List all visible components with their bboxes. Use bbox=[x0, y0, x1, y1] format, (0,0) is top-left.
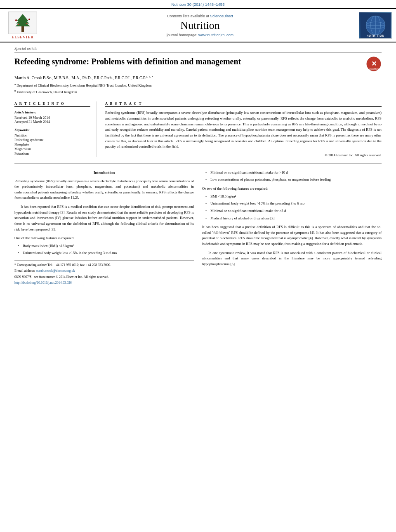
abstract-col: A B S T R A C T Refeeding syndrome (RFS)… bbox=[105, 101, 382, 157]
main-divider bbox=[14, 163, 382, 164]
history-label: Article history: bbox=[14, 110, 90, 114]
info-abstract-section: A R T I C L E I N F O Article history: R… bbox=[14, 101, 382, 157]
abstract-text: Refeeding syndrome (RFS) broadly encompa… bbox=[105, 110, 382, 149]
journal-center: Contents lists available at ScienceDirec… bbox=[45, 14, 355, 37]
right-bullet-2: Low concentrations of plasma potassium, … bbox=[205, 177, 382, 183]
right-bullet-5: Minimal or no significant nutritional in… bbox=[205, 208, 382, 214]
svg-point-8 bbox=[26, 23, 28, 24]
homepage-link[interactable]: www.nutritionjrnl.com bbox=[198, 33, 233, 37]
citation-text: Nutrition 30 (2014) 1448–1455 bbox=[172, 2, 225, 7]
article-title-row: Refeeding syndrome: Problems with defini… bbox=[14, 56, 382, 72]
article-footer: * Corresponding author: Tel.: +44 171 95… bbox=[14, 260, 194, 286]
body-two-col: Introduction Refeeding syndrome (RFS) br… bbox=[14, 170, 382, 287]
contents-line: Contents lists available at ScienceDirec… bbox=[45, 14, 355, 18]
affiliation-b: b University of Greenwich, United Kingdo… bbox=[14, 89, 382, 95]
intro-para-2: It has been reported that RFS is a medic… bbox=[14, 204, 194, 232]
keyword-2: Refeeding syndrome bbox=[14, 138, 90, 142]
abstract-header: A B S T R A C T bbox=[105, 101, 382, 107]
accepted-date: Accepted 31 March 2014 bbox=[14, 120, 90, 124]
special-article-label: Special article bbox=[14, 47, 382, 53]
affil-divider bbox=[14, 98, 382, 98]
crossmark-badge[interactable]: ✕ CrossMark bbox=[366, 56, 382, 72]
keyword-4: Magnesium bbox=[14, 147, 90, 151]
elsevier-logo: ELSEVIER bbox=[4, 12, 41, 39]
keyword-5: Potassium bbox=[14, 151, 90, 155]
sciencedirect-link[interactable]: ScienceDirect bbox=[210, 14, 233, 18]
svg-point-7 bbox=[18, 24, 19, 25]
features-required-header: One of the following features is require… bbox=[14, 235, 194, 241]
footer-issn: 0899-9007/$ - see front matter © 2014 El… bbox=[14, 275, 194, 280]
feature-left-2: Unintentional body weight loss >15% in t… bbox=[18, 250, 194, 256]
doi-link[interactable]: http://dx.doi.org/10.1016/j.nut.2014.03.… bbox=[14, 281, 72, 285]
elsevier-logo-image bbox=[8, 12, 37, 34]
features-left-list: Body mass index (BMI) <16 kg/m² Unintent… bbox=[14, 243, 194, 256]
article-container: Special article Refeeding syndrome: Prob… bbox=[0, 42, 396, 291]
feature-left-1: Body mass index (BMI) <16 kg/m² bbox=[18, 243, 194, 249]
right-bullets-top: Minimal or no significant nutritional in… bbox=[202, 170, 382, 183]
article-info-col: A R T I C L E I N F O Article history: R… bbox=[14, 101, 97, 157]
svg-rect-1 bbox=[21, 26, 24, 32]
footer-asterisk: * Corresponding author: Tel.: +44 171 95… bbox=[14, 263, 194, 268]
keywords-section: Keywords: Nutrition Refeeding syndrome P… bbox=[14, 128, 90, 155]
received-date: Received 10 March 2014 bbox=[14, 115, 90, 120]
svg-text:CrossMark: CrossMark bbox=[369, 68, 379, 70]
email-link[interactable]: martin.crook@doctors.org.uk bbox=[36, 269, 75, 273]
svg-point-5 bbox=[15, 19, 17, 21]
keywords-label: Keywords: bbox=[14, 128, 90, 132]
top-bar: Nutrition 30 (2014) 1448–1455 bbox=[0, 0, 396, 8]
right-bullet-4: Unintentional body weight loss >10% in t… bbox=[205, 201, 382, 207]
body-right-col: Minimal or no significant nutritional in… bbox=[202, 170, 382, 287]
journal-title: Nutrition bbox=[45, 19, 355, 32]
introduction-title: Introduction bbox=[14, 170, 194, 176]
elsevier-text: ELSEVIER bbox=[12, 35, 34, 39]
journal-header: ELSEVIER Contents lists available at Sci… bbox=[0, 8, 396, 42]
or-two-header: Or two of the following features are req… bbox=[202, 186, 382, 192]
right-bullet-1: Minimal or no significant nutritional in… bbox=[205, 170, 382, 176]
keyword-1: Nutrition bbox=[14, 133, 90, 137]
right-bullet-6: Medical history of alcohol or drug abuse… bbox=[205, 216, 382, 221]
keyword-3: Phosphate bbox=[14, 142, 90, 146]
svg-text:✕: ✕ bbox=[371, 60, 377, 67]
affiliations: a Department of Clinical Biochemistry, L… bbox=[14, 82, 382, 94]
footer-email: E-mail address: martin.crook@doctors.org… bbox=[14, 268, 194, 273]
affiliation-a: a Department of Clinical Biochemistry, L… bbox=[14, 82, 382, 88]
right-para-4: In one systematic review, it was noted t… bbox=[202, 250, 382, 267]
right-bullets-bottom: BMI <18.5 kg/m² Unintentional body weigh… bbox=[202, 194, 382, 221]
article-info-header: A R T I C L E I N F O bbox=[14, 101, 90, 107]
footer-doi: http://dx.doi.org/10.1016/j.nut.2014.03.… bbox=[14, 280, 194, 285]
svg-text:NUTRITION: NUTRITION bbox=[366, 34, 384, 37]
nutrition-logo-right: NUTRITION bbox=[359, 12, 392, 39]
copyright-line: © 2014 Elsevier Inc. All rights reserved… bbox=[105, 153, 382, 157]
intro-para-1: Refeeding syndrome (RFS) broadly encompa… bbox=[14, 179, 194, 201]
right-para-3: It has been suggested that a precise def… bbox=[202, 224, 382, 247]
authors-line: Martin A. Crook B.Sc., M.B.B.S., M.A., P… bbox=[14, 75, 382, 80]
article-main-title: Refeeding syndrome: Problems with defini… bbox=[14, 56, 360, 67]
right-bullet-3: BMI <18.5 kg/m² bbox=[205, 194, 382, 200]
svg-point-6 bbox=[28, 19, 30, 20]
article-history: Article history: Received 10 March 2014 … bbox=[14, 110, 90, 124]
homepage-line: journal homepage: www.nutritionjrnl.com bbox=[45, 33, 355, 37]
body-left-col: Introduction Refeeding syndrome (RFS) br… bbox=[14, 170, 194, 287]
